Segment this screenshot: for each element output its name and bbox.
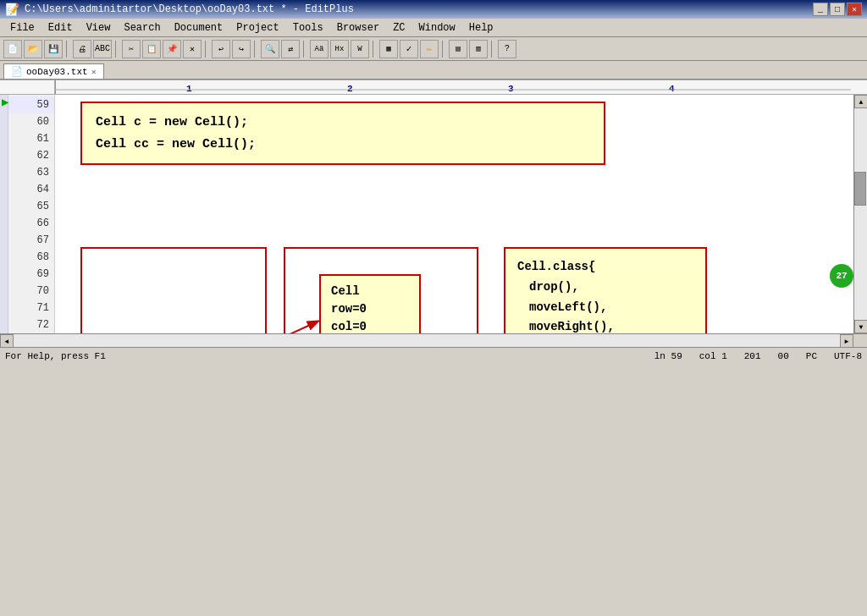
line-num-65: 65 bbox=[8, 198, 54, 215]
statusbar: For Help, press F1 ln 59 col 1 201 00 PC… bbox=[0, 347, 867, 364]
menu-project[interactable]: Project bbox=[229, 20, 285, 36]
menu-browser[interactable]: Browser bbox=[330, 20, 386, 36]
scroll-right-button[interactable]: ► bbox=[840, 334, 853, 348]
code-area[interactable]: Cell c = new Cell(); Cell cc = new Cell(… bbox=[55, 95, 853, 333]
status-zeros: 00 bbox=[778, 351, 789, 361]
toolbar-sep-1 bbox=[66, 41, 69, 58]
line-num-59: 59 bbox=[8, 96, 54, 113]
check-button[interactable]: ✓ bbox=[400, 40, 418, 58]
current-line-arrow: ▶ bbox=[2, 95, 8, 109]
scrollbar-corner bbox=[853, 334, 867, 347]
code-lines-bg bbox=[55, 95, 853, 333]
tabbar: 📄 ooDay03.txt ✕ bbox=[0, 61, 867, 80]
paste-button[interactable]: 📌 bbox=[163, 40, 181, 58]
save-button[interactable]: 💾 bbox=[44, 40, 63, 58]
scroll-left-button[interactable]: ◄ bbox=[0, 334, 14, 348]
menu-tools[interactable]: Tools bbox=[286, 20, 330, 36]
toolbar-sep-3 bbox=[205, 41, 208, 58]
clip1-button[interactable]: ▤ bbox=[449, 40, 467, 58]
line-numbers: 5960616263646566676869707172 bbox=[8, 95, 55, 333]
scroll-thumb-v[interactable] bbox=[854, 172, 866, 206]
hex-button[interactable]: Hx bbox=[330, 40, 349, 58]
menu-edit[interactable]: Edit bbox=[41, 20, 80, 36]
highlight-button[interactable]: ✏ bbox=[420, 40, 439, 58]
toolbar: 📄 📂 💾 🖨 ABC ✂ 📋 📌 ✕ ↩ ↪ 🔍 ⇄ Aä Hx W ▦ ✓ … bbox=[0, 37, 867, 61]
svg-text:2: 2 bbox=[347, 84, 353, 94]
menu-file[interactable]: File bbox=[3, 20, 41, 36]
line-num-69: 69 bbox=[8, 266, 54, 283]
line-num-71: 71 bbox=[8, 300, 54, 316]
replace-button[interactable]: ⇄ bbox=[281, 40, 300, 58]
toolbar-sep-4 bbox=[254, 41, 257, 58]
cut-button[interactable]: ✂ bbox=[122, 40, 141, 58]
new-button[interactable]: 📄 bbox=[3, 40, 22, 58]
horizontal-scrollbar[interactable]: ◄ ► bbox=[0, 333, 867, 347]
ruler-spacer bbox=[0, 80, 55, 95]
undo-button[interactable]: ↩ bbox=[212, 40, 230, 58]
copy-button[interactable]: 📋 bbox=[142, 40, 161, 58]
tab-label: ooDay03.txt bbox=[26, 67, 88, 77]
status-line: ln 59 bbox=[654, 351, 682, 361]
line-num-72: 72 bbox=[8, 316, 54, 333]
tab-file[interactable]: 📄 ooDay03.txt ✕ bbox=[3, 63, 104, 79]
redo-button[interactable]: ↪ bbox=[232, 40, 251, 58]
menu-help[interactable]: Help bbox=[462, 20, 500, 36]
svg-text:3: 3 bbox=[508, 84, 514, 94]
ruler: 1 2 3 4 bbox=[0, 80, 867, 95]
menu-document[interactable]: Document bbox=[168, 20, 230, 36]
line-num-61: 61 bbox=[8, 130, 54, 147]
toolbar-sep-7 bbox=[442, 41, 445, 58]
close-button[interactable]: ✕ bbox=[847, 3, 862, 16]
titlebar-controls: _ □ ✕ bbox=[813, 3, 862, 16]
line-num-66: 66 bbox=[8, 215, 54, 232]
line-num-68: 68 bbox=[8, 249, 54, 266]
menu-zc[interactable]: ZC bbox=[386, 20, 411, 36]
status-pc: PC bbox=[806, 351, 817, 361]
editor-body: ▶ 5960616263646566676869707172 Cell c = … bbox=[0, 95, 867, 333]
toolbar-sep-5 bbox=[303, 41, 306, 58]
menubar: FileEditViewSearchDocumentProjectToolsBr… bbox=[0, 19, 867, 37]
status-help: For Help, press F1 bbox=[5, 351, 106, 361]
svg-text:4: 4 bbox=[669, 84, 675, 94]
status-col: col 1 bbox=[699, 351, 727, 361]
menu-view[interactable]: View bbox=[80, 20, 118, 36]
clip2-button[interactable]: ▥ bbox=[469, 40, 488, 58]
vertical-scrollbar[interactable]: ▲ ▼ bbox=[853, 95, 867, 333]
line-num-60: 60 bbox=[8, 113, 54, 130]
status-num: 201 bbox=[744, 351, 761, 361]
find-button[interactable]: 🔍 bbox=[261, 40, 279, 58]
line-num-64: 64 bbox=[8, 181, 54, 198]
line-num-63: 63 bbox=[8, 164, 54, 181]
titlebar: 📝 C:\Users\adminitartor\Desktop\ooDay03.… bbox=[0, 0, 867, 19]
scroll-track-v[interactable] bbox=[854, 108, 867, 320]
delete-button[interactable]: ✕ bbox=[183, 40, 202, 58]
toolbar-sep-6 bbox=[373, 41, 376, 58]
svg-text:1: 1 bbox=[186, 84, 192, 94]
open-button[interactable]: 📂 bbox=[24, 40, 42, 58]
line-num-62: 62 bbox=[8, 147, 54, 164]
menu-search[interactable]: Search bbox=[117, 20, 167, 36]
word-button[interactable]: W bbox=[351, 40, 369, 58]
spell-button[interactable]: ABC bbox=[93, 40, 112, 58]
toolbar-sep-8 bbox=[491, 41, 494, 58]
app-icon: 📝 bbox=[5, 3, 19, 17]
left-margin: ▶ bbox=[0, 95, 8, 333]
tab-close-icon[interactable]: ✕ bbox=[91, 67, 97, 77]
menu-window[interactable]: Window bbox=[412, 20, 462, 36]
help-button[interactable]: ? bbox=[498, 40, 516, 58]
font-button[interactable]: Aä bbox=[310, 40, 329, 58]
line-num-70: 70 bbox=[8, 283, 54, 300]
ruler-track: 1 2 3 4 bbox=[55, 80, 867, 95]
status-encoding: UTF-8 bbox=[834, 351, 862, 361]
minimize-button[interactable]: _ bbox=[813, 3, 828, 16]
tab-icon: 📄 bbox=[11, 66, 23, 77]
scroll-track-h[interactable] bbox=[14, 334, 840, 347]
scroll-down-button[interactable]: ▼ bbox=[854, 320, 867, 333]
toolbar-sep-2 bbox=[115, 41, 119, 58]
maximize-button[interactable]: □ bbox=[830, 3, 845, 16]
scroll-up-button[interactable]: ▲ bbox=[854, 95, 867, 108]
titlebar-title: C:\Users\adminitartor\Desktop\ooDay03.tx… bbox=[25, 3, 354, 15]
line-num-67: 67 bbox=[8, 232, 54, 249]
print-button[interactable]: 🖨 bbox=[73, 40, 91, 58]
format-button[interactable]: ▦ bbox=[379, 40, 398, 58]
